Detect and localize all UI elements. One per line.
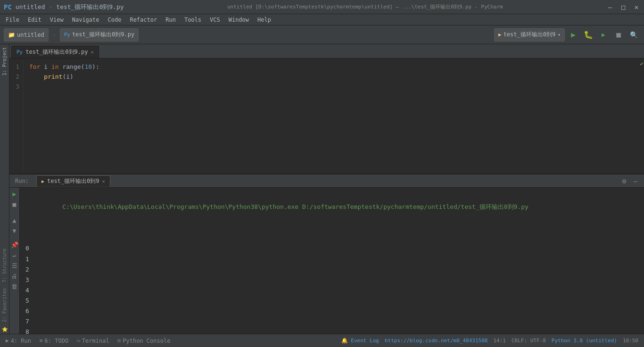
- main-content: 1: Project 7: Structure 2: Favorites ⭐ P…: [0, 44, 644, 334]
- run-clear-button[interactable]: 🗑: [10, 282, 19, 290]
- run-scroll-down-button[interactable]: ▼: [10, 226, 19, 235]
- bottom-tab-python-console[interactable]: ⊡ Python Console: [114, 337, 174, 345]
- menu-bar: File Edit View Navigate Code Refactor Ru…: [0, 14, 644, 25]
- editor-tab-file[interactable]: Py test_循环输出0到9.py ✕: [11, 46, 99, 58]
- menu-window[interactable]: Window: [225, 16, 253, 24]
- terminal-tab-icon: ▭: [77, 338, 80, 344]
- file-button[interactable]: Py test_循环输出0到9.py: [60, 28, 139, 41]
- title-bar: PC untitled › test_循环输出0到9.py untitled […: [0, 0, 644, 14]
- run-label: Run:: [11, 178, 33, 184]
- encoding-info: CRLF: UTF-8: [512, 338, 546, 344]
- run-tab-label: test_循环输出0到9: [47, 177, 99, 185]
- python-console-tab-label: Python Console: [123, 338, 170, 344]
- tab-close-button[interactable]: ✕: [91, 50, 94, 55]
- menu-tools[interactable]: Tools: [181, 16, 205, 24]
- run-print-button[interactable]: 🖨: [10, 272, 19, 280]
- run-output: C:\Users\think\AppData\Local\Programs\Py…: [20, 188, 644, 334]
- run-tab-label: 4: Run: [11, 338, 31, 344]
- run-panel: Run: ▶ test_循环输出0到9 ✕ ⚙ — ▶ ■: [9, 174, 644, 334]
- debug-button[interactable]: 🐛: [582, 28, 595, 41]
- run-minimize-button[interactable]: —: [631, 176, 640, 186]
- run-config-chevron-icon: ▾: [558, 32, 561, 37]
- stop-button[interactable]: ■: [612, 28, 625, 41]
- code-editor[interactable]: for i in range(10): print(i): [24, 58, 640, 174]
- run-settings-button[interactable]: ⚙: [619, 176, 629, 186]
- editor-area[interactable]: 1 2 3 for i in range(10): print(i) ✔: [9, 58, 644, 174]
- run-configuration-dropdown[interactable]: ▶ test_循环输出0到9 ▾: [494, 28, 565, 41]
- menu-refactor[interactable]: Refactor: [126, 16, 161, 24]
- run-show-options-button[interactable]: ☰: [10, 261, 19, 270]
- menu-edit[interactable]: Edit: [24, 16, 45, 24]
- time-display: 10:50: [623, 338, 638, 344]
- status-info: 🔔 Event Log https://blog.csdn.net/m0_484…: [341, 338, 642, 344]
- python-interpreter[interactable]: Python 3.8 (untitled): [552, 338, 617, 344]
- toolbar: 📁 untitled › Py test_循环输出0到9.py ▶ test_循…: [0, 25, 644, 44]
- editor-wrapper: Py test_循环输出0到9.py ✕ 1 2 3 for i in rang…: [9, 44, 644, 334]
- menu-navigate[interactable]: Navigate: [68, 16, 103, 24]
- run-scroll-up-button[interactable]: ▲: [10, 216, 19, 224]
- run-output-line: 6: [25, 306, 638, 316]
- line-number-2: 2: [11, 72, 19, 82]
- run-output-content: 0123456789Process finished with exit cod…: [25, 223, 638, 334]
- minimize-button[interactable]: —: [606, 3, 614, 11]
- event-log-link[interactable]: 🔔 Event Log: [341, 338, 379, 344]
- bottom-tab-run[interactable]: ▶ 4: Run: [2, 337, 35, 345]
- sidebar-item-project[interactable]: 1: Project: [2, 44, 7, 78]
- toolbar-left: 📁 untitled › Py test_循环输出0到9.py: [4, 28, 139, 41]
- bottom-bar: ▶ 4: Run ≡ 6: TODO ▭ Terminal ⊡ Python C…: [0, 334, 644, 347]
- bottom-bar-right: 🔔 Event Log https://blog.csdn.net/m0_484…: [341, 338, 642, 344]
- menu-vcs[interactable]: VCS: [206, 16, 224, 24]
- run-tab-active[interactable]: ▶ test_循环输出0到9 ✕: [36, 175, 110, 187]
- menu-file[interactable]: File: [2, 16, 23, 24]
- toolbar-right: ▶ test_循环输出0到9 ▾ ▶ 🐛 ▶ ■ 🔍: [494, 28, 640, 41]
- line-number-3: 3: [11, 82, 19, 92]
- run-tab-close-button[interactable]: ✕: [102, 179, 105, 184]
- file-button-label: test_循环输出0到9.py: [72, 31, 134, 39]
- menu-view[interactable]: View: [46, 16, 67, 24]
- todo-tab-label: 6: TODO: [45, 338, 69, 344]
- editor-tab-bar: Py test_循环输出0到9.py ✕: [9, 44, 644, 58]
- sidebar-item-structure[interactable]: 7: Structure: [2, 246, 7, 285]
- run-output-line: 0: [25, 243, 638, 254]
- menu-code[interactable]: Code: [104, 16, 125, 24]
- project-button-label: untitled: [17, 32, 44, 38]
- bottom-bar-left: ▶ 4: Run ≡ 6: TODO ▭ Terminal ⊡ Python C…: [2, 337, 174, 345]
- cursor-position: 14:1: [493, 338, 506, 344]
- terminal-tab-label: Terminal: [82, 338, 109, 344]
- run-stop-button[interactable]: ■: [10, 200, 19, 208]
- sidebar-item-favorites[interactable]: 2: Favorites: [2, 285, 7, 325]
- run-with-coverage-button[interactable]: ▶: [597, 28, 610, 41]
- run-output-line: 8: [25, 327, 638, 334]
- project-button[interactable]: 📁 untitled: [4, 28, 49, 41]
- file-tab-name: test_循环输出0到9.py: [56, 3, 124, 11]
- project-name: untitled: [16, 3, 45, 10]
- file-py-icon: Py: [64, 32, 70, 38]
- run-tab-bar-left: Run: ▶ test_循环输出0到9 ✕: [11, 175, 110, 187]
- tab-py-icon: Py: [17, 49, 23, 55]
- favorites-star-icon[interactable]: ⭐: [2, 325, 8, 334]
- run-rerun-button[interactable]: ▶: [10, 190, 19, 198]
- run-tab-bar: Run: ▶ test_循环输出0到9 ✕ ⚙ —: [9, 174, 644, 188]
- code-analysis-ok-icon: ✔: [640, 60, 644, 67]
- title-separator: ›: [49, 3, 52, 10]
- maximize-button[interactable]: □: [619, 3, 627, 11]
- run-config-label: test_循环输出0到9: [504, 31, 556, 39]
- window-controls: — □ ✕: [606, 3, 640, 11]
- run-button[interactable]: ▶: [567, 28, 580, 41]
- menu-help[interactable]: Help: [254, 16, 275, 24]
- run-pin-tab-button[interactable]: 📌: [10, 240, 19, 249]
- run-body: ▶ ■ ▲ ▼ 📌 ↵ ☰ 🖨 🗑 C:\Users\think\AppData…: [9, 188, 644, 334]
- tab-file-label: test_循环输出0到9.py: [25, 48, 88, 56]
- menu-run[interactable]: Run: [162, 16, 180, 24]
- run-config-py-icon: ▶: [498, 32, 502, 38]
- search-everywhere-button[interactable]: 🔍: [627, 28, 640, 41]
- title-bar-left: PC untitled › test_循环输出0到9.py: [4, 3, 124, 11]
- left-tool-sidebar: 1: Project 7: Structure 2: Favorites ⭐: [0, 44, 9, 334]
- run-command-line: C:\Users\think\AppData\Local\Programs\Py…: [62, 203, 528, 210]
- close-button[interactable]: ✕: [633, 3, 640, 11]
- url-link: https://blog.csdn.net/m0_48431508: [385, 338, 488, 344]
- bottom-tab-todo[interactable]: ≡ 6: TODO: [36, 337, 72, 345]
- bottom-tab-terminal[interactable]: ▭ Terminal: [73, 337, 113, 345]
- run-soft-wrap-button[interactable]: ↵: [10, 251, 19, 259]
- line-numbers: 1 2 3: [9, 58, 24, 174]
